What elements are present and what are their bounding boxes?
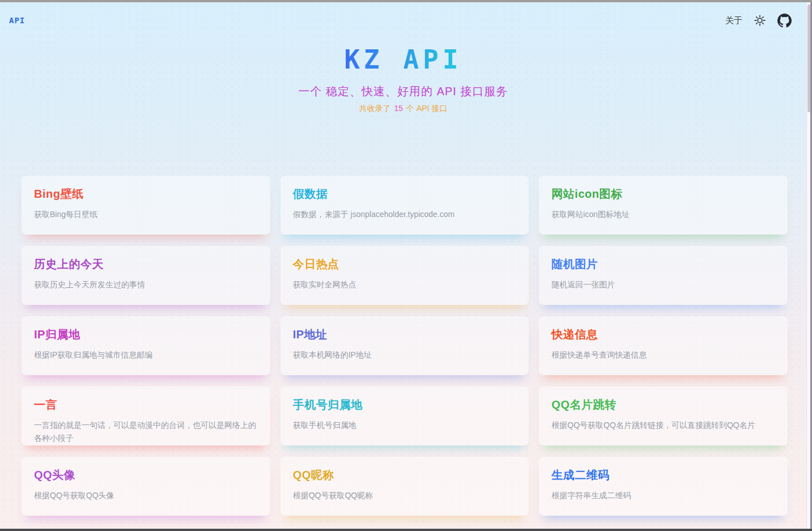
api-card-title: QQ头像 <box>34 468 257 483</box>
window-top-border <box>0 0 812 2</box>
api-card[interactable]: 手机号归属地 获取手机号归属地 <box>280 386 529 445</box>
api-card-title: QQ昵称 <box>293 468 516 483</box>
api-card-title: 今日热点 <box>293 257 516 272</box>
hero-section: KZ API 一个 稳定、快速、好用的 API 接口服务 共收录了 15 个 A… <box>0 44 806 114</box>
api-card-desc: 根据QQ号获取QQ头像 <box>34 489 257 502</box>
api-card-grid: Bing壁纸 获取Bing每日壁纸 假数据 假数据，来源于 jsonplaceh… <box>22 176 788 516</box>
github-icon[interactable] <box>777 14 792 28</box>
page-background: API 关于 <box>0 2 806 529</box>
api-card-desc: 根据IP获取归属地与城市信息邮编 <box>34 349 257 362</box>
api-card-desc: 获取历史上今天所发生过的事情 <box>34 278 257 291</box>
count-number: 15 <box>393 104 405 113</box>
api-card-desc: 一言指的就是一句话，可以是动漫中的台词，也可以是网络上的各种小段子 <box>34 419 257 445</box>
api-card-desc: 根据字符串生成二维码 <box>551 489 774 502</box>
api-count-line: 共收录了 15 个 API 接口 <box>0 104 806 114</box>
api-card-title: IP地址 <box>293 327 516 342</box>
api-card[interactable]: 快递信息 根据快递单号查询快递信息 <box>539 316 788 375</box>
api-card[interactable]: 网站icon图标 获取网站icon图标地址 <box>539 176 788 235</box>
top-nav: API 关于 <box>0 2 806 29</box>
api-card-desc: 获取网站icon图标地址 <box>551 208 774 221</box>
api-card-title: IP归属地 <box>34 327 257 342</box>
count-suffix: 个 API 接口 <box>404 104 447 113</box>
nav-right: 关于 <box>725 14 792 28</box>
page-title: KZ API <box>344 44 462 75</box>
api-card-title: 生成二维码 <box>551 468 774 483</box>
api-card-title: 随机图片 <box>551 257 774 272</box>
about-link[interactable]: 关于 <box>725 15 742 26</box>
api-card[interactable]: 假数据 假数据，来源于 jsonplaceholder.typicode.com <box>280 176 529 235</box>
api-card[interactable]: 生成二维码 根据字符串生成二维码 <box>539 457 788 516</box>
api-card[interactable]: Bing壁纸 获取Bing每日壁纸 <box>22 176 270 235</box>
api-card[interactable]: QQ名片跳转 根据QQ号获取QQ名片跳转链接，可以直接跳转到QQ名片 <box>539 386 788 445</box>
api-card-title: 手机号归属地 <box>293 397 516 413</box>
api-card-desc: 根据QQ号获取QQ名片跳转链接，可以直接跳转到QQ名片 <box>551 419 774 432</box>
api-card-desc: 根据QQ号获取QQ昵称 <box>293 489 516 502</box>
api-card[interactable]: 今日热点 获取实时全网热点 <box>280 246 529 305</box>
api-card-desc: 随机返回一张图片 <box>551 278 774 291</box>
vertical-scrollbar[interactable] <box>806 2 812 529</box>
api-card-title: 网站icon图标 <box>551 186 774 202</box>
api-card[interactable]: 一言 一言指的就是一句话，可以是动漫中的台词，也可以是网络上的各种小段子 <box>22 386 270 445</box>
api-card-title: 历史上的今天 <box>34 257 257 272</box>
api-card-title: 假数据 <box>293 186 516 202</box>
api-card-desc: 获取Bing每日壁纸 <box>34 208 257 221</box>
api-card-title: 快递信息 <box>551 327 774 342</box>
api-card-title: QQ名片跳转 <box>551 397 774 413</box>
site-logo[interactable]: API <box>9 16 25 25</box>
api-card[interactable]: 随机图片 随机返回一张图片 <box>539 246 788 305</box>
api-card[interactable]: IP地址 获取本机网络的IP地址 <box>280 316 529 375</box>
api-card-title: 一言 <box>34 397 257 413</box>
api-card[interactable]: QQ昵称 根据QQ号获取QQ昵称 <box>280 457 529 516</box>
api-card[interactable]: QQ头像 根据QQ号获取QQ头像 <box>22 457 270 516</box>
count-prefix: 共收录了 <box>359 104 393 113</box>
window-bottom-border <box>0 529 812 531</box>
api-card[interactable]: IP归属地 根据IP获取归属地与城市信息邮编 <box>22 316 270 375</box>
theme-toggle-sun-icon[interactable] <box>754 14 766 27</box>
api-card-title: Bing壁纸 <box>34 186 257 202</box>
api-card-desc: 假数据，来源于 jsonplaceholder.typicode.com <box>293 208 516 221</box>
page-subtitle: 一个 稳定、快速、好用的 API 接口服务 <box>0 84 806 99</box>
api-card-desc: 获取实时全网热点 <box>293 278 516 291</box>
api-card-desc: 获取本机网络的IP地址 <box>293 349 516 362</box>
api-card-desc: 获取手机号归属地 <box>293 419 516 432</box>
api-card-desc: 根据快递单号查询快递信息 <box>551 349 774 362</box>
api-card[interactable]: 历史上的今天 获取历史上今天所发生过的事情 <box>22 246 270 305</box>
